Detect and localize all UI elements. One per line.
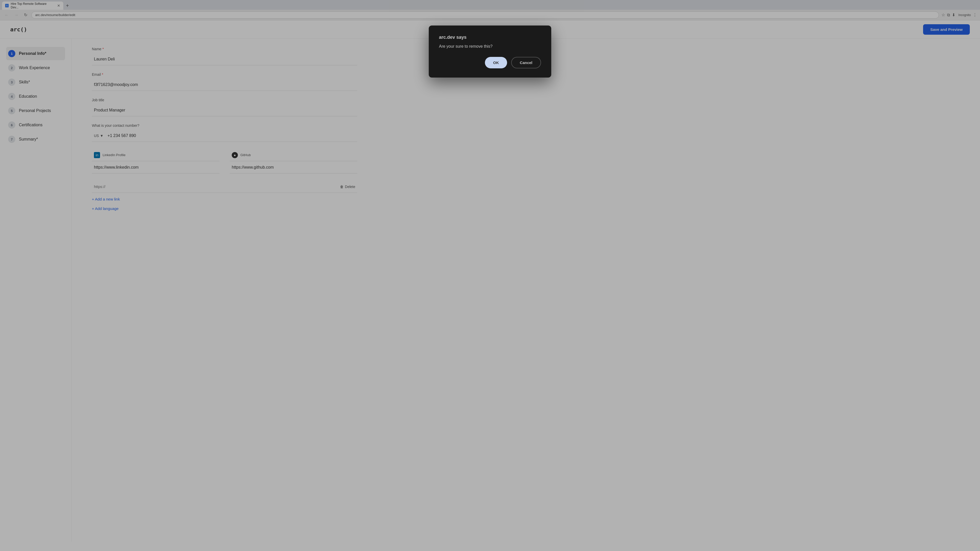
dialog-title: arc.dev says [439, 35, 541, 40]
dialog: arc.dev says Are your sure to remove thi… [429, 25, 551, 78]
dialog-actions: OK Cancel [439, 57, 541, 68]
dialog-message: Are your sure to remove this? [439, 44, 541, 49]
dialog-cancel-button[interactable]: Cancel [511, 57, 541, 68]
dialog-ok-button[interactable]: OK [485, 57, 507, 68]
dialog-overlay[interactable]: arc.dev says Are your sure to remove thi… [0, 0, 980, 542]
app-container: arc() Save and Preview 1 Personal Info* … [0, 21, 980, 542]
